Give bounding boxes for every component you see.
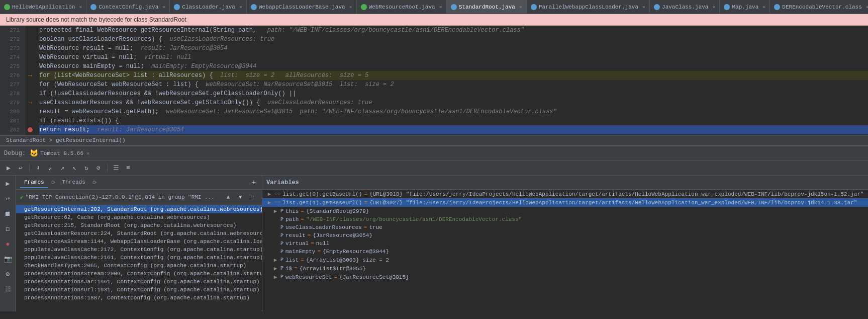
var-item-7[interactable]: P mainEmpty = {EmptyResource@3044}: [262, 248, 868, 256]
tab-map-java[interactable]: Map.java✕: [720, 0, 770, 14]
step-out-btn[interactable]: ↗: [57, 163, 68, 174]
gutter-274: [25, 53, 35, 62]
var-val-10: {JarResourceSet@3015}: [339, 274, 409, 280]
code-text-278: if (!useClassLoaderResources && !webReso…: [39, 89, 296, 98]
tab-parallel-webapp-class-loader[interactable]: ParallelWebappClassLoader.java✕: [527, 0, 650, 14]
var-item-0[interactable]: ▶○○ list.get(0).getBaseUrl() = {URL@3018…: [262, 190, 868, 198]
frame-item-0[interactable]: getResourceInternal:282, StandardRoot (o…: [16, 205, 262, 213]
frame-item-10[interactable]: processAnnotationsUrl:1931, ContextConfi…: [16, 286, 262, 294]
frame-item-1[interactable]: getResource:62, Cache (org.apache.catali…: [16, 213, 262, 221]
frame-item-6[interactable]: populateJavaClassCache:2161, ContextConf…: [16, 254, 262, 262]
frame-item-11[interactable]: processAnnotations:1887, ContextConfig (…: [16, 294, 262, 302]
line-num-279: 279: [0, 98, 22, 107]
refresh-icon-btn[interactable]: ↩: [2, 193, 14, 205]
line-num-281: 281: [0, 116, 22, 125]
play-icon-btn[interactable]: ▶: [2, 178, 14, 190]
run-cursor-btn[interactable]: ↖: [69, 163, 80, 174]
layout-btn[interactable]: ≡: [123, 163, 134, 174]
app-layout: HelloWebApplication✕ContextConfig.java✕C…: [0, 0, 868, 319]
tab-hello-web-app[interactable]: HelloWebApplication✕: [0, 0, 86, 14]
line-num-278: 278: [0, 89, 22, 98]
var-item-8[interactable]: ▶P list = {ArrayList@3003} size = 2: [262, 256, 868, 264]
code-text-280: result = webResourceSet.getPath);: [39, 107, 159, 116]
debug-bottom: Debug: 🐱 Tomcat 8.5.66 ✕ ▶ ↩ ⬇ ↙ ↗ ↖ ↻ ⊘…: [0, 145, 868, 311]
bp-icon-btn[interactable]: ●: [2, 238, 14, 250]
var-icon-4: P: [280, 225, 283, 230]
gutter-283: [25, 134, 35, 135]
thread-up-btn[interactable]: ▲: [223, 192, 234, 203]
stop-icon-btn[interactable]: ⏹: [2, 208, 14, 220]
tab-close-hello-web-app[interactable]: ✕: [79, 4, 82, 10]
tab-der-encodable-vector[interactable]: DEREncodableVector.class✕: [770, 0, 868, 14]
tab-standard-root[interactable]: StandardRoot.java✕: [447, 0, 527, 14]
var-expand-1: ▶: [266, 199, 272, 206]
evaluate-btn[interactable]: ↻: [81, 163, 92, 174]
var-val-7: {EmptyResource@3044}: [323, 249, 389, 255]
tab-close-der-encodable-vector[interactable]: ✕: [866, 4, 868, 10]
reload-btn[interactable]: ↩: [15, 163, 26, 174]
square-icon-btn[interactable]: ◻: [2, 223, 14, 235]
add-btn[interactable]: +: [250, 179, 258, 187]
var-expand-8: ▶: [272, 257, 278, 263]
var-item-3[interactable]: P path = "/WEB-INF/classes/org/bouncycas…: [262, 215, 868, 223]
frame-item-3[interactable]: getClassLoaderResource:224, StandardRoot…: [16, 229, 262, 237]
tab-context-config[interactable]: ContextConfig.java✕: [86, 0, 170, 14]
var-val-1: {URL@3027} "file:/Users/jerry/IdeaProjec…: [369, 200, 857, 206]
tab-close-context-config[interactable]: ✕: [162, 4, 165, 10]
tab-close-web-resource-root[interactable]: ✕: [439, 4, 442, 10]
tab-close-parallel-webapp-class-loader[interactable]: ✕: [642, 4, 645, 10]
var-item-5[interactable]: P result = {JarResource@3054}: [262, 231, 868, 240]
tab-web-resource-root[interactable]: WebResourceRoot.java✕: [357, 0, 447, 14]
var-item-6[interactable]: P virtual = null: [262, 240, 868, 248]
camera-icon-btn[interactable]: 📷: [2, 253, 14, 265]
tab-close-map-java[interactable]: ✕: [762, 4, 765, 10]
step-into-btn[interactable]: ↙: [45, 163, 56, 174]
breadcrumb: StandardRoot > getResourceInternal(): [0, 135, 868, 145]
line-num-275: 275: [0, 62, 22, 71]
thread-down-btn[interactable]: ▼: [235, 192, 246, 203]
var-item-9[interactable]: ▶P i$ = {ArrayList$Itr@3055}: [262, 264, 868, 273]
menu-icon-btn[interactable]: ☰: [2, 283, 14, 295]
thread-nav-btns: ▲ ▼ ≡: [223, 192, 258, 203]
code-content: protected final WebResource getResourceI…: [35, 26, 868, 135]
thread-filter-btn[interactable]: ≡: [247, 192, 258, 203]
frame-item-8[interactable]: processAnnotationsStream:2009, ContextCo…: [16, 270, 262, 278]
tab-frames[interactable]: Frames: [20, 177, 48, 188]
var-icon-0: ○○: [274, 191, 280, 197]
frame-item-4[interactable]: getResourceAsStream:1144, WebappClassLoa…: [16, 237, 262, 246]
settings-btn[interactable]: ☰: [111, 163, 122, 174]
session-close[interactable]: ✕: [86, 150, 89, 156]
mute-btn[interactable]: ⊘: [93, 163, 104, 174]
var-icon-6: P: [280, 241, 283, 247]
var-item-2[interactable]: ▶P this = {StandardRoot@2979}: [262, 207, 868, 215]
var-item-1[interactable]: ▶○○ list.get(1).getBaseUrl() = {URL@3027…: [262, 198, 868, 207]
frame-item-7[interactable]: checkHandlesTypes:2065, ContextConfig (o…: [16, 262, 262, 270]
gutter-272: [25, 35, 35, 44]
var-name-1: list.get(1).getBaseUrl(): [282, 200, 362, 206]
gear-icon-btn[interactable]: ⚙: [2, 268, 14, 280]
frame-item-5[interactable]: populateJavaClassCache:2172, ContextConf…: [16, 246, 262, 254]
tab-close-class-loader[interactable]: ✕: [239, 4, 242, 10]
code-line-272: boolean useClassLoaderResources) { useCl…: [39, 35, 868, 44]
tab-java-class[interactable]: JavaClass.java✕: [650, 0, 720, 14]
tab-webapp-class-loader-base[interactable]: WebappClassLoaderBase.java✕: [247, 0, 357, 14]
tab-close-webapp-class-loader-base[interactable]: ✕: [349, 4, 352, 10]
var-item-10[interactable]: ▶P webResourceSet = {JarResourceSet@3015…: [262, 273, 868, 281]
tab-close-standard-root[interactable]: ✕: [519, 4, 522, 10]
step-over-btn[interactable]: ⬇: [33, 163, 44, 174]
code-text-276: for (List<WebResourceSet> list : allReso…: [39, 71, 213, 80]
var-name-6: virtual: [285, 241, 309, 247]
var-expand-9: ▶: [272, 265, 278, 272]
frames-panel: Frames ⟳ Threads ⟳ + ✔ "RMI TCP Connecti…: [16, 176, 262, 311]
var-item-4[interactable]: P useClassLoaderResources = true: [262, 223, 868, 231]
tab-threads[interactable]: Threads: [58, 177, 89, 188]
tab-close-java-class[interactable]: ✕: [712, 4, 715, 10]
frame-item-9[interactable]: processAnnotationsJar:1961, ContextConfi…: [16, 278, 262, 286]
tab-class-loader[interactable]: ClassLoader.java✕: [170, 0, 247, 14]
resume-btn[interactable]: ▶: [3, 163, 14, 174]
session-tab[interactable]: 🐱 Tomcat 8.5.66 ✕: [30, 149, 89, 157]
frame-item-2[interactable]: getResource:215, StandardRoot (org.apach…: [16, 221, 262, 229]
tab-label-context-config: ContextConfig.java: [99, 4, 158, 10]
line-num-283: 283: [0, 134, 22, 135]
thread-selector-row: ✔ "RMI TCP Connection(2)-127.0.0.1"@1,83…: [16, 190, 262, 205]
